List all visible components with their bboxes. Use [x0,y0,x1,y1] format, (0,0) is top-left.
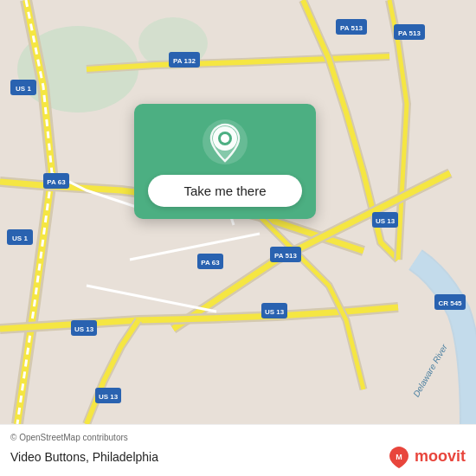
location-pin-icon [203,119,248,164]
svg-point-32 [221,134,229,143]
svg-text:PA 513: PA 513 [274,252,297,260]
svg-text:PA 132: PA 132 [173,57,196,65]
bottom-bar: © OpenStreetMap contributors Video Butto… [0,424,476,476]
svg-text:M: M [396,453,402,461]
svg-text:US 1: US 1 [16,85,31,93]
svg-text:US 1: US 1 [12,235,28,242]
svg-text:US 13: US 13 [376,217,396,225]
svg-text:PA 63: PA 63 [47,178,66,186]
svg-text:CR 545: CR 545 [438,299,462,307]
take-me-there-button[interactable]: Take me there [148,175,302,207]
svg-text:PA 513: PA 513 [340,24,363,32]
map-container: US 1 US 1 PA 132 PA 513 PA 513 PA 63 PA … [0,0,476,424]
svg-text:US 13: US 13 [265,308,285,316]
svg-text:Delaware River: Delaware River [411,342,449,398]
svg-text:US 13: US 13 [99,393,119,401]
app-name-text: Video Buttons, Philadelphia [10,450,158,464]
moovit-logo: M moovit [387,445,466,469]
copyright-text: © OpenStreetMap contributors [10,433,466,442]
svg-text:PA 63: PA 63 [201,259,220,267]
svg-text:US 13: US 13 [74,325,94,333]
svg-text:PA 513: PA 513 [398,29,421,37]
app-title-bar: Video Buttons, Philadelphia M moovit [10,445,466,469]
moovit-icon: M [387,445,411,469]
moovit-brand-text: moovit [415,447,466,466]
location-card: Take me there [134,104,316,219]
